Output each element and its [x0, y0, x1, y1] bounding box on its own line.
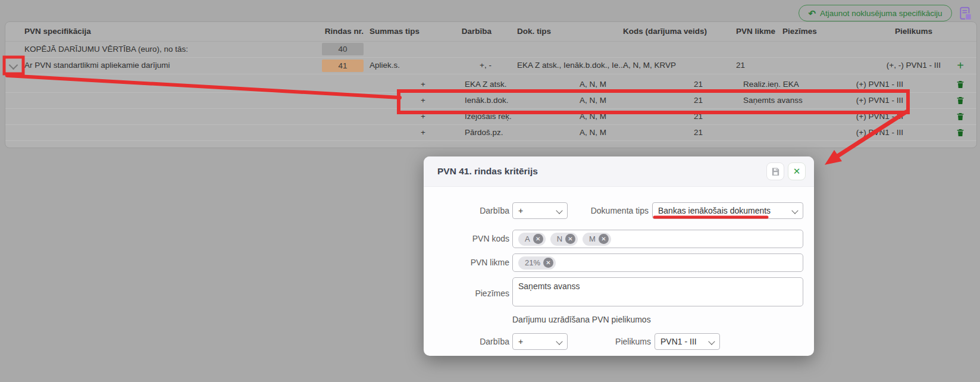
darbiba2-value: + [518, 337, 523, 346]
delete-icon[interactable] [951, 92, 969, 108]
dokumenta-tips-select[interactable]: Bankas ienākošais dokuments [652, 202, 803, 219]
row-41-pvn-likme: 21 [736, 57, 745, 74]
pielikums-select[interactable]: PVN1 - III [655, 333, 720, 350]
chevron-down-icon [556, 338, 562, 345]
darbiba2-select[interactable]: + [512, 333, 568, 350]
piezimes-label: Piezīmes [452, 289, 509, 298]
subrow-darbiba: + [411, 108, 435, 124]
pvn-likme-input[interactable]: 21% ✕ [512, 253, 803, 272]
annotation-arrowhead [825, 150, 842, 165]
restore-icon: ↶ [808, 9, 816, 18]
subrow-piezimes: Saņemts avanss [743, 92, 803, 108]
row-41-number-badge: 41 [322, 60, 364, 72]
subrow-pvn-likme: 21 [667, 92, 703, 108]
chip-value: M [589, 234, 596, 243]
table-row-40: KOPĒJĀ DARĪJUMU VĒRTĪBA (euro), no tās: … [5, 41, 976, 58]
piezimes-textarea[interactable]: Saņemts avanss [512, 277, 803, 306]
row-41-darbiba: +, - [444, 57, 491, 74]
pvn-row-criteria-dialog: PVN 41. rindas kritērijs ✕ Darbība + Dok… [424, 156, 814, 356]
chevron-down-icon [791, 207, 798, 214]
add-icon[interactable]: + [951, 57, 969, 74]
page: ↶ Atjaunot noklusējuma specifikāciju PVN… [0, 0, 980, 382]
col-header-pielikums: Pielikums [895, 22, 932, 41]
dokumenta-tips-label: Dokumenta tips [571, 206, 649, 215]
subrow-dok-tips: Pārdoš.pz. [465, 124, 503, 140]
pvn-kods-input[interactable]: A ✕ N ✕ M ✕ [512, 230, 803, 248]
col-header-rindas-nr: Rindas nr. [310, 22, 364, 41]
darbiba-label: Darbība [452, 206, 509, 215]
col-header-kods: Kods (darījuma veids) [623, 22, 707, 41]
row-41-name: Ar PVN standartlikmi apliekamie darījumi [24, 57, 170, 74]
close-icon[interactable]: ✕ [788, 162, 806, 180]
pvn-specification-table: PVN specifikācija Rindas nr. Summas tips… [5, 21, 977, 148]
row-41-summas-tips: Apliek.s. [370, 57, 400, 74]
dokumenta-tips-value: Bankas ienākošais dokuments [658, 206, 771, 215]
subrow-dok-tips: Izejošais rēķ. [465, 108, 512, 124]
subrow-darbiba: + [411, 76, 435, 92]
subrow-kods: A, N, M [580, 108, 606, 124]
chip-value: N [557, 234, 562, 243]
subrow-kods: A, N, M [580, 124, 606, 140]
delete-icon[interactable] [951, 124, 969, 140]
kods-chip: M ✕ [583, 233, 611, 246]
table-row-41[interactable]: Ar PVN standartlikmi apliekamie darījumi… [5, 57, 976, 74]
pvn-kods-label: PVN kods [452, 234, 509, 243]
subrow-pvn-likme: 21 [667, 124, 703, 140]
restore-default-spec-button[interactable]: ↶ Atjaunot noklusējuma specifikāciju [799, 5, 952, 21]
close-glyph: ✕ [793, 166, 801, 177]
table-subrow-eka[interactable]: + EKA Z atsk. A, N, M 21 Realiz.ieņ. EKA… [5, 76, 976, 93]
subrow-pielikums: (+) PVN1 - III [810, 108, 903, 124]
subrow-kods: A, N, M [580, 76, 606, 92]
chevron-down-icon [708, 338, 715, 345]
pielikums-value: PVN1 - III [660, 337, 697, 346]
delete-icon[interactable] [951, 76, 969, 92]
copy-icon[interactable] [958, 6, 973, 21]
table-subrow-ienak[interactable]: + Ienāk.b.dok. A, N, M 21 Saņemts avanss… [5, 92, 976, 109]
table-subrow-pardos[interactable]: + Pārdoš.pz. A, N, M 21 (+) PVN1 - III [5, 124, 976, 141]
section-text: Darījumu uzrādīšana PVN pielikumos [512, 315, 651, 324]
pvn-likme-label: PVN likme [452, 258, 509, 267]
dialog-title: PVN 41. rindas kritērijs [437, 166, 538, 177]
save-button[interactable] [766, 162, 784, 180]
chip-remove-icon[interactable]: ✕ [599, 234, 609, 244]
row-41-pielikums: (+, -) PVN1 - III [846, 57, 941, 74]
chip-remove-icon[interactable]: ✕ [565, 234, 575, 244]
subrow-pvn-likme: 21 [667, 76, 703, 92]
kods-chip: A ✕ [518, 233, 546, 246]
subrow-pvn-likme: 21 [667, 108, 703, 124]
delete-icon[interactable] [951, 108, 969, 124]
col-header-pvn-specifikacija: PVN specifikācija [24, 22, 91, 41]
chip-value: 21% [525, 258, 540, 267]
darbiba-value: + [518, 206, 523, 215]
subrow-pielikums: (+) PVN1 - III [810, 124, 903, 140]
restore-button-label: Atjaunot noklusējuma specifikāciju [820, 9, 943, 18]
kods-chip: N ✕ [550, 233, 578, 246]
row-40-number-badge: 40 [322, 43, 364, 55]
expand-icon[interactable] [9, 61, 18, 70]
subrow-darbiba: + [411, 92, 435, 108]
chip-remove-icon[interactable]: ✕ [543, 258, 553, 268]
col-header-darbiba: Darbība [444, 22, 491, 41]
darbiba2-label: Darbība [452, 337, 509, 346]
col-header-piezimes: Piezīmes [782, 22, 817, 41]
col-header-summas-tips: Summas tips [370, 22, 419, 41]
col-header-pvn-likme: PVN likme [736, 22, 775, 41]
likme-chip: 21% ✕ [518, 256, 556, 270]
row-40-name: KOPĒJĀ DARĪJUMU VĒRTĪBA (euro), no tās: [24, 41, 188, 57]
subrow-darbiba: + [411, 124, 435, 140]
subrow-piezimes: Realiz.ieņ. EKA [743, 76, 799, 92]
chip-remove-icon[interactable]: ✕ [533, 234, 543, 244]
table-subrow-izejosais[interactable]: + Izejošais rēķ. A, N, M 21 (+) PVN1 - I… [5, 108, 976, 125]
table-header-row: PVN specifikācija Rindas nr. Summas tips… [5, 22, 976, 42]
subrow-pielikums: (+) PVN1 - III [810, 76, 903, 92]
darbiba-select[interactable]: + [512, 202, 568, 219]
subrow-kods: A, N, M [580, 92, 606, 108]
chip-value: A [525, 234, 530, 243]
subrow-dok-tips: Ienāk.b.dok. [465, 92, 509, 108]
chevron-down-icon [556, 207, 562, 214]
subrow-pielikums: (+) PVN1 - III [810, 92, 903, 108]
col-header-dok-tips: Dok. tips [517, 22, 551, 41]
row-41-kods: A, N, M, KRVP [623, 57, 676, 74]
row-41-dok-tips: EKA Z atsk., Ienāk.b.dok., Ie... [517, 57, 625, 74]
subrow-dok-tips: EKA Z atsk. [465, 76, 507, 92]
